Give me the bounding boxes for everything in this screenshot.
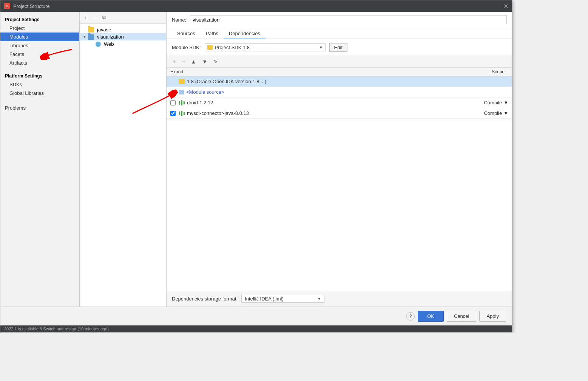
dep-mysql-checkbox[interactable] [170,111,176,116]
sidebar-item-modules[interactable]: Modules [0,33,79,41]
tree-node-web[interactable]: Web [80,40,166,48]
name-row: Name: [167,12,512,28]
ok-button[interactable]: OK [418,311,444,322]
dep-druid-scope-arrow: ▼ [503,100,508,105]
sidebar-item-facets[interactable]: Facets [0,50,79,59]
deps-remove-button[interactable]: − [179,57,187,66]
folder-blue-icon [88,34,94,40]
deps-move-down-button[interactable]: ▼ [200,57,210,66]
title-bar: IJ Project Structure ✕ [0,0,512,12]
tree-add-button[interactable]: + [82,14,90,22]
tree-copy-button[interactable]: ⧉ [100,13,108,22]
tree-remove-button[interactable]: − [91,14,99,22]
lib-icon [179,100,185,105]
tab-paths[interactable]: Paths [201,28,224,39]
storage-select[interactable]: IntelliJ IDEA (.iml) ▼ [241,295,324,303]
deps-move-up-button[interactable]: ▲ [188,57,198,66]
tree-expand-arrow [83,28,86,32]
deps-add-button[interactable]: + [170,57,178,66]
tree-expand-arrow [90,42,94,46]
storage-dropdown-arrow: ▼ [317,297,321,301]
tab-dependencies[interactable]: Dependencies [224,28,265,39]
dep-module-source-name: <Module source> [186,89,471,95]
dep-mysql-scope[interactable]: Compile ▼ [471,110,508,116]
tree-node-javase[interactable]: javase [80,26,166,33]
deps-header-export: Export [170,69,471,74]
dep-druid-checkbox[interactable] [170,100,176,105]
storage-section: Dependencies storage format: IntelliJ ID… [167,291,512,307]
deps-edit-button[interactable]: ✎ [211,57,220,66]
tree-toolbar: + − ⧉ [80,12,166,24]
sdk-label: Module SDK: [172,45,201,50]
app-icon: IJ [4,3,10,9]
tree-node-label: visualization [97,34,124,40]
name-label: Name: [172,17,186,23]
storage-label: Dependencies storage format: [172,296,238,302]
sidebar-item-problems[interactable]: Problems [0,104,79,112]
dep-row-mysql[interactable]: mysql-connector-java-8.0.13 Compile ▼ [167,108,512,119]
help-button[interactable]: ? [406,312,415,321]
project-settings-section: Project Settings [0,15,79,24]
cancel-button[interactable]: Cancel [447,311,476,322]
tree-node-label: Web [104,41,114,47]
sidebar-item-sdks[interactable]: SDKs [0,80,79,89]
tree-node-visualization[interactable]: ▼ visualization [80,33,166,40]
sdk-edit-button[interactable]: Edit [329,43,347,52]
sdk-row: Module SDK: Project SDK 1.8 ▼ Edit [167,39,512,56]
lib-icon [179,111,185,116]
sidebar: Project Settings Project Modules Librari… [0,12,80,307]
content-panel: Name: Sources Paths Dependencies Module … [167,12,512,307]
status-bar: 2022.1 is available // Switch and restar… [0,325,512,332]
storage-select-text: IntelliJ IDEA (.iml) [245,296,315,302]
apply-button[interactable]: Apply [479,311,506,322]
tree-node-label: javase [97,27,111,33]
deps-header-scope: Scope [471,69,508,74]
footer: ? OK Cancel Apply [0,307,512,325]
tree-expand-arrow: ▼ [83,35,86,39]
sidebar-item-libraries[interactable]: Libraries [0,41,79,50]
tab-sources[interactable]: Sources [172,28,201,39]
folder-small-icon [179,90,184,94]
platform-settings-section: Platform Settings [0,71,79,80]
web-icon [96,42,101,47]
dep-row-druid[interactable]: druid-1.2.12 Compile ▼ [167,98,512,108]
sdk-select-text: Project SDK 1.8 [215,45,317,50]
sidebar-item-global-libraries[interactable]: Global Libraries [0,89,79,98]
folder-icon [88,27,94,33]
sdk-folder-icon [207,45,213,50]
deps-table: 1.8 (Oracle OpenJDK version 1.8....) <Mo… [167,76,512,291]
status-text: 2022.1 is available // Switch and restar… [4,327,109,331]
close-button[interactable]: ✕ [503,3,508,10]
sidebar-item-artifacts[interactable]: Artifacts [0,59,79,67]
deps-table-header: Export Scope [167,68,512,76]
name-input[interactable] [190,15,507,24]
deps-toolbar: + − ▲ ▼ ✎ [167,56,512,68]
dep-row-module-source[interactable]: <Module source> [167,87,512,98]
dep-mysql-scope-arrow: ▼ [503,110,508,116]
folder-icon [179,79,185,84]
tabs-row: Sources Paths Dependencies [167,28,512,39]
tree-content: javase ▼ visualization Web [80,24,166,307]
dep-mysql-name: mysql-connector-java-8.0.13 [187,110,471,116]
module-tree-panel: + − ⧉ javase ▼ visualization [80,12,167,307]
window-title: Project Structure [13,3,50,9]
sdk-select[interactable]: Project SDK 1.8 ▼ [205,43,326,51]
dep-druid-scope[interactable]: Compile ▼ [471,100,508,105]
sidebar-item-project[interactable]: Project [0,24,79,33]
dep-jdk-name: 1.8 (Oracle OpenJDK version 1.8....) [187,79,471,84]
dep-row-jdk[interactable]: 1.8 (Oracle OpenJDK version 1.8....) [167,76,512,87]
sdk-dropdown-arrow: ▼ [319,45,323,50]
dep-druid-name: druid-1.2.12 [187,100,471,105]
